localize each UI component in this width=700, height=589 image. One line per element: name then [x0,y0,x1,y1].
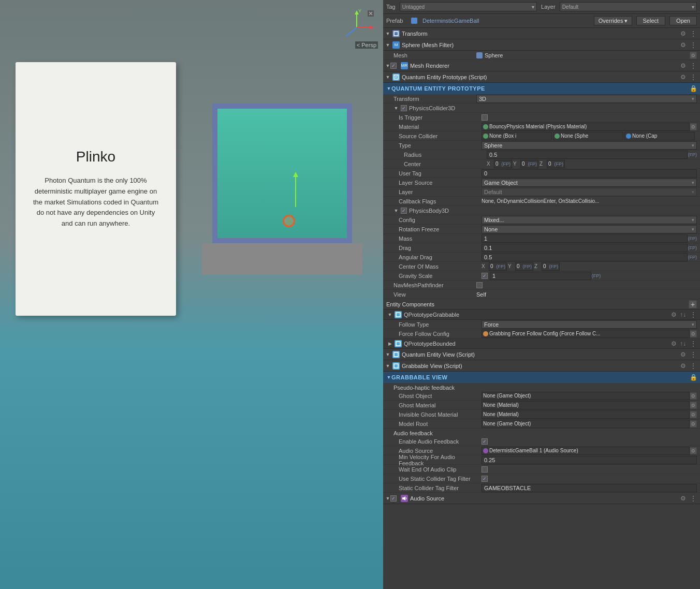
mesh-filter-header[interactable]: ▼ M Sphere (Mesh Filter) ⚙ ⋮ [383,39,700,51]
physics-body-checkbox[interactable] [401,208,407,214]
ghost-material-label: Ghost Material [399,402,482,408]
source-collider-icon2 [555,134,560,139]
center-z-field[interactable]: 0 (FP) [547,160,565,168]
use-static-checkbox[interactable] [482,476,488,482]
angular-drag-field[interactable]: 0.5 [482,253,688,261]
layer-dropdown-arrow: ▾ [692,4,694,10]
center-x-field[interactable]: 0 (FP) [494,160,512,168]
tag-value: Untagged [402,4,425,10]
model-root-circle-btn[interactable]: ⊙ [690,420,697,428]
drag-field[interactable]: 0.1 [482,244,688,252]
tag-dropdown[interactable]: Untagged ▾ [400,2,537,11]
config-dropdown[interactable]: Mixed... ▾ [482,216,697,224]
gravity-scale-checkbox[interactable] [482,273,488,279]
open-button[interactable]: Open [669,16,697,25]
mesh-value: Sphere [476,52,690,58]
center-x-value: 0 [495,161,499,167]
source-collider-icon3 [626,134,631,139]
is-trigger-checkbox[interactable] [482,114,488,121]
force-follow-config-value: Grabbing Force Follow Config (Force Foll… [489,331,688,336]
navmesh-checkbox[interactable] [476,282,483,288]
persp-label: < Persp [355,41,378,49]
force-follow-config-circle-btn[interactable]: ⊙ [690,330,697,337]
qprototype-bounded-move[interactable]: ↑↓ [679,340,687,347]
gravity-scale-field[interactable]: 1 [490,272,591,280]
static-collider-tag-field[interactable]: GAMEOBSTACLE [482,484,697,492]
mesh-filter-menu[interactable]: ⋮ [689,41,698,49]
quantum-entity-view-lock[interactable]: ⚙ [679,351,687,358]
mesh-renderer-checkbox[interactable] [390,63,397,69]
qprototype-bounded-lock[interactable]: ⚙ [670,340,677,347]
qprototype-grabbable-move[interactable]: ↑↓ [679,311,687,318]
overrides-button[interactable]: Overrides ▾ [594,16,632,25]
prefab-name: DeterminsticGameBall [422,18,590,24]
user-tag-field[interactable]: 0 [482,169,697,178]
qep-menu[interactable]: ⋮ [689,73,698,81]
layer-dropdown[interactable]: Default ▾ [560,2,697,11]
com-y-field[interactable]: 0 (FP) [515,262,533,271]
grabbable-view-script-header[interactable]: ▼ Grabbable View (Script) ⚙ ⋮ [383,360,700,372]
qprototype-grabbable-header[interactable]: ▼ QPrototypeGrabbable ⚙ ↑↓ ⋮ [383,310,700,320]
enable-audio-checkbox[interactable] [482,438,488,445]
center-y-field[interactable]: 0 (FP) [520,160,538,168]
quantum-entity-view-actions: ⚙ ⋮ [679,350,698,359]
grabbable-section-lock[interactable]: 🔒 [690,374,697,381]
audio-source-component-checkbox[interactable] [390,495,397,502]
grabbable-view-lock[interactable]: ⚙ [679,362,687,370]
transform-menu[interactable]: ⋮ [689,30,698,38]
com-x-field[interactable]: 0 (FP) [489,262,507,271]
min-velocity-field[interactable]: 0.25 [482,456,697,464]
ghost-material-circle-btn[interactable]: ⊙ [690,402,697,409]
type-label: Type [399,142,482,149]
mesh-filter-lock[interactable]: ⚙ [679,41,687,49]
wait-end-checkbox[interactable] [482,466,488,473]
transform-lock-btn[interactable]: ⚙ [679,30,687,37]
entity-components-add-btn[interactable]: + [689,300,697,308]
material-circle-btn[interactable]: ⊙ [690,123,697,130]
audio-source-icon [483,448,488,453]
qep-transform-arrow: ▾ [692,96,694,101]
grabbable-view-menu[interactable]: ⋮ [689,362,698,370]
mesh-renderer-header[interactable]: ▼ MR Mesh Renderer ⚙ ⋮ [383,60,700,71]
follow-type-dropdown[interactable]: Force ▾ [482,320,697,329]
center-of-mass-row: Center Of Mass X 0 (FP) Y 0 (FP) Z 0 (FP… [383,262,700,271]
mesh-renderer-lock[interactable]: ⚙ [679,62,687,69]
com-z-field[interactable]: 0 (FP) [542,262,560,271]
grabbable-view-script-title: Grabbable View (Script) [402,363,679,369]
select-button[interactable]: Select [636,16,666,25]
scene-sign: Plinko Photon Quantum is the only 100% d… [16,62,176,316]
mesh-circle-btn[interactable]: ⊙ [690,52,697,59]
layer-sub-dropdown[interactable]: Default ▾ [482,188,697,196]
layer-source-dropdown[interactable]: Game Object ▾ [482,179,697,187]
qprototype-bounded-header[interactable]: ▶ QPrototypeBounded ⚙ ↑↓ ⋮ [383,338,700,349]
mesh-renderer-fold-arrow: ▼ [385,63,390,68]
audio-source-component-lock[interactable]: ⚙ [679,495,687,502]
qprototype-grabbable-lock[interactable]: ⚙ [670,311,677,318]
is-trigger-label: Is Trigger [399,114,482,121]
quantum-entity-view-header[interactable]: ▼ Quantum Entity View (Script) ⚙ ⋮ [383,349,700,360]
type-dropdown[interactable]: Sphere ▾ [482,141,697,150]
radius-field[interactable]: 0.5 [487,151,688,159]
inspector-panel[interactable]: Tag Untagged ▾ Layer Default ▾ Prefab De… [383,0,700,589]
center-of-mass-label: Center Of Mass [399,263,482,270]
audio-source-component-menu[interactable]: ⋮ [689,494,698,503]
qprototype-grabbable-menu[interactable]: ⋮ [689,311,698,319]
quantum-entity-view-menu[interactable]: ⋮ [689,350,698,359]
qep-transform-dropdown[interactable]: 3D ▾ [476,95,697,103]
mesh-renderer-menu[interactable]: ⋮ [689,62,698,70]
ghost-object-circle-btn[interactable]: ⊙ [690,392,697,400]
layer-source-label: Layer Source [399,180,482,186]
drag-row: Drag 0.1 (FP) [383,243,700,253]
physics-collider-checkbox[interactable] [401,105,407,111]
center-z-label: Z [539,161,546,167]
qep-script-header[interactable]: ▼ Quantum Entity Prototype (Script) ⚙ ⋮ [383,71,700,83]
rotation-freeze-dropdown[interactable]: None ▾ [482,225,697,233]
audio-source-component-header[interactable]: ▼ Audio Source ⚙ ⋮ [383,493,700,504]
invisible-ghost-material-circle-btn[interactable]: ⊙ [690,411,697,418]
audio-source-circle-btn[interactable]: ⊙ [690,447,697,454]
qep-section-lock[interactable]: 🔒 [690,85,697,92]
mass-field[interactable]: 1 [482,234,688,243]
transform-component-header[interactable]: ▼ Transform ⚙ ⋮ [383,28,700,39]
qprototype-bounded-menu[interactable]: ⋮ [689,340,698,348]
qep-lock[interactable]: ⚙ [679,73,687,81]
